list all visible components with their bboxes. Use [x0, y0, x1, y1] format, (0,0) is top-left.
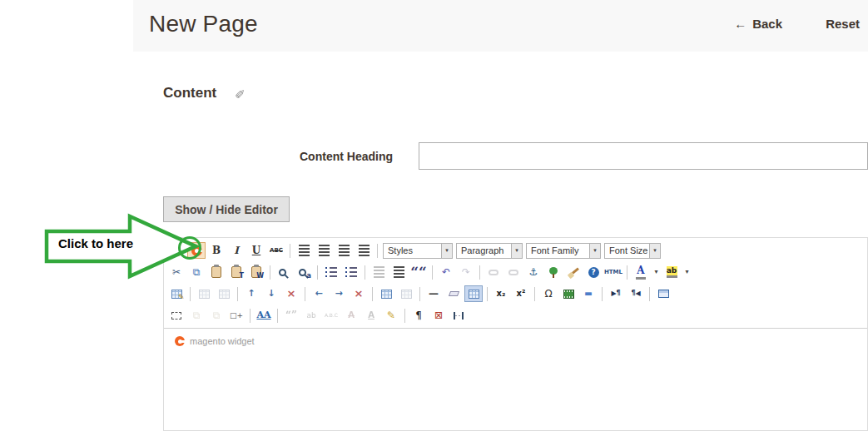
right-to-left-button[interactable]: ¶◀ — [627, 285, 645, 302]
help-button[interactable]: ? — [584, 264, 603, 280]
bullet-list-button[interactable] — [322, 264, 340, 280]
strikethrough-button[interactable]: ABC — [267, 242, 285, 259]
insert-row-after-button[interactable]: ↓ — [262, 285, 280, 302]
paragraph-select[interactable]: Paragraph▾ — [456, 243, 523, 259]
non-breaking-space-icon: ⊠ — [434, 308, 443, 323]
paste-button[interactable] — [207, 264, 226, 280]
reset-button[interactable]: Reset — [826, 17, 860, 31]
toolbar-separator — [250, 309, 250, 323]
insert-table-button[interactable] — [167, 285, 186, 302]
editor-toolbar: BIUABCStyles▾Paragraph▾Font Family▾Font … — [164, 238, 867, 329]
toolbar-separator — [317, 265, 318, 280]
non-breaking-space-button[interactable]: ⊠ — [429, 307, 448, 324]
find-and-replace-icon — [299, 269, 306, 276]
align-justify-button[interactable] — [355, 242, 373, 259]
delete-row-button[interactable]: × — [282, 285, 300, 302]
left-to-right-button[interactable]: ▶¶ — [607, 285, 625, 302]
page: New Page ←Back Reset Content ✎ Content H… — [0, 0, 868, 431]
toolbar-separator — [487, 287, 488, 301]
numbered-list-icon — [350, 267, 357, 277]
cleanup-code-button[interactable] — [564, 264, 583, 280]
special-character-button[interactable]: Ω — [539, 285, 558, 302]
text-color-button[interactable]: A — [632, 264, 650, 280]
insert-column-after-button[interactable]: → — [330, 285, 348, 302]
move-backward-icon: ⧉ — [213, 308, 221, 323]
blockquote-button[interactable]: ““ — [409, 264, 428, 280]
find-button[interactable] — [275, 264, 293, 280]
paste-as-text-button[interactable]: T — [227, 264, 246, 280]
deleted-text-icon: A — [348, 308, 355, 323]
widget-placeholder[interactable]: magento widget — [175, 336, 856, 346]
bold-button[interactable]: B — [207, 242, 226, 259]
numbered-list-button[interactable] — [342, 264, 360, 280]
anchor-button[interactable]: ⚓ — [524, 264, 543, 280]
toolbar-separator — [432, 265, 433, 280]
fullscreen-button[interactable] — [654, 285, 672, 302]
horizontal-rule-button[interactable]: — — [424, 285, 443, 302]
toolbar-separator — [237, 287, 238, 301]
acronym-button: A.B.C — [322, 307, 340, 324]
background-color-button[interactable]: ab — [662, 264, 681, 280]
cleanup-code-icon — [568, 267, 579, 278]
insert-variable-button[interactable] — [167, 242, 186, 259]
undo-button[interactable]: ↶ — [437, 264, 455, 280]
align-left-button[interactable] — [295, 242, 313, 259]
text-color-arrow-button[interactable]: ▾ — [652, 264, 661, 280]
align-center-button[interactable] — [315, 242, 333, 259]
font-size-select[interactable]: Font Size▾ — [604, 243, 661, 259]
chevron-down-icon: ▾ — [511, 244, 522, 258]
insert-media-button[interactable] — [559, 285, 578, 302]
copy-button[interactable]: ⧉ — [187, 264, 206, 280]
superscript-button[interactable]: x² — [512, 285, 530, 302]
table-row-properties-button — [195, 285, 213, 302]
anchor-icon: ⚓ — [529, 265, 538, 280]
toolbar-row-2: ✂⧉TWa““↶↷⚓?HTMLA▾ab▾ — [166, 261, 867, 283]
page-break-button[interactable] — [449, 307, 468, 324]
font-family-select[interactable]: Font Family▾ — [526, 243, 601, 259]
back-button[interactable]: ←Back — [734, 17, 782, 31]
styles-select[interactable]: Styles▾ — [383, 243, 453, 259]
insert-column-before-icon: ← — [315, 286, 322, 301]
insert-widget-button[interactable] — [187, 242, 206, 259]
annotation-label: Click to here — [54, 236, 137, 250]
edit-html-source-button[interactable]: HTML — [604, 264, 622, 280]
align-right-button[interactable] — [335, 242, 353, 259]
paste-from-word-button[interactable]: W — [247, 264, 265, 280]
back-arrow-icon: ← — [734, 17, 746, 31]
indent-button[interactable] — [389, 264, 408, 280]
delete-column-button[interactable]: × — [350, 285, 368, 302]
cut-button[interactable]: ✂ — [167, 264, 186, 280]
underline-button[interactable]: U — [247, 242, 265, 259]
find-and-replace-button[interactable]: a — [295, 264, 313, 280]
subscript-button[interactable]: x₂ — [492, 285, 510, 302]
show-hide-editor-button[interactable]: Show / Hide Editor — [163, 196, 290, 222]
custom-horizontal-rule-icon: ▬ — [584, 286, 592, 301]
blockquote-icon: ““ — [410, 261, 427, 283]
absolute-position-button[interactable]: □+ — [227, 307, 246, 324]
insert-image-button[interactable] — [544, 264, 563, 280]
insert-column-before-button[interactable]: ← — [310, 285, 328, 302]
custom-horizontal-rule-button[interactable]: ▬ — [579, 285, 598, 302]
insert-attributes-icon: ✎ — [387, 308, 395, 323]
page-break-icon — [454, 312, 464, 320]
toggle-guidelines-button[interactable] — [464, 285, 483, 302]
insert-media-icon — [563, 290, 574, 299]
edit-css-style-button[interactable]: AA — [255, 307, 273, 324]
background-color-arrow-button[interactable]: ▾ — [682, 264, 692, 280]
copy-icon: ⧉ — [193, 265, 201, 280]
insert-row-before-button[interactable]: ↑ — [242, 285, 260, 302]
toolbar-separator — [479, 265, 480, 280]
content-heading-input[interactable] — [419, 142, 868, 170]
italic-button[interactable]: I — [227, 242, 246, 259]
citation-button: “” — [282, 307, 300, 324]
remove-formatting-button[interactable] — [444, 285, 463, 302]
visual-characters-button[interactable]: ¶ — [409, 307, 428, 324]
insert-layer-button[interactable] — [167, 307, 186, 324]
subscript-icon: x₂ — [497, 286, 506, 301]
toolbar-separator — [419, 287, 420, 301]
insert-attributes-button[interactable]: ✎ — [382, 307, 400, 324]
split-table-cells-button[interactable] — [377, 285, 395, 302]
editor-content-area[interactable]: magento widget — [164, 329, 867, 429]
italic-icon: I — [234, 243, 239, 258]
bullet-list-icon — [330, 267, 337, 277]
